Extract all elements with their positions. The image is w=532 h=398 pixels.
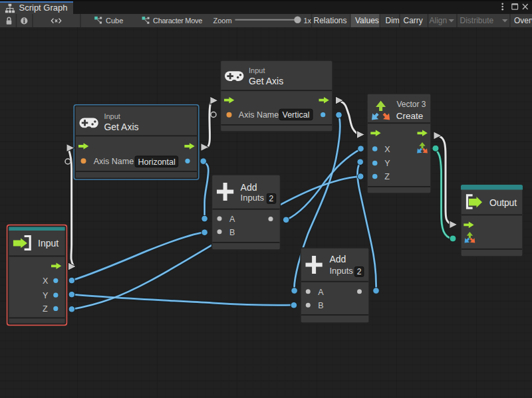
svg-text:Output: Output — [489, 197, 517, 208]
svg-text:2: 2 — [269, 194, 274, 203]
svg-text:Input: Input — [38, 238, 59, 249]
svg-text:Distribute: Distribute — [460, 16, 494, 25]
svg-text:A: A — [229, 215, 235, 224]
svg-text:2: 2 — [357, 267, 362, 276]
svg-text:X: X — [43, 276, 49, 286]
svg-text:Input: Input — [249, 66, 265, 74]
svg-text:Script Graph: Script Graph — [19, 3, 68, 13]
svg-text:Add: Add — [241, 182, 257, 193]
svg-text:1x: 1x — [304, 17, 312, 25]
svg-text:Input: Input — [104, 112, 120, 120]
svg-text:Axis Name: Axis Name — [239, 110, 279, 120]
svg-text:Get Axis: Get Axis — [249, 76, 283, 86]
svg-text:Z: Z — [384, 172, 390, 181]
svg-text:Inputs: Inputs — [241, 193, 265, 203]
svg-text:Character Move: Character Move — [153, 17, 202, 25]
svg-text:Relations: Relations — [314, 16, 347, 25]
svg-text:Carry: Carry — [404, 16, 423, 25]
svg-text:B: B — [229, 228, 235, 237]
svg-text:Horizontal: Horizontal — [138, 157, 176, 167]
svg-text:Dim: Dim — [386, 16, 400, 25]
svg-text:Get Axis: Get Axis — [104, 122, 138, 132]
svg-text:Y: Y — [43, 291, 49, 300]
svg-text:Y: Y — [384, 159, 390, 168]
svg-text:Z: Z — [43, 304, 48, 314]
svg-text:X: X — [384, 145, 390, 154]
svg-text:Cube: Cube — [106, 17, 123, 25]
svg-text:Vertical: Vertical — [283, 110, 310, 120]
svg-text:B: B — [318, 301, 323, 310]
svg-text:Create: Create — [396, 111, 424, 121]
svg-text:Vector 3: Vector 3 — [396, 100, 426, 109]
svg-text:A: A — [318, 288, 324, 297]
svg-text:Add: Add — [329, 254, 346, 264]
svg-text:Inputs: Inputs — [329, 266, 353, 276]
svg-text:Overv: Overv — [514, 16, 532, 25]
svg-text:Values: Values — [355, 16, 379, 25]
svg-text:Zoom: Zoom — [213, 17, 232, 25]
svg-text:Axis Name: Axis Name — [94, 157, 134, 166]
svg-text:Align: Align — [430, 16, 448, 25]
